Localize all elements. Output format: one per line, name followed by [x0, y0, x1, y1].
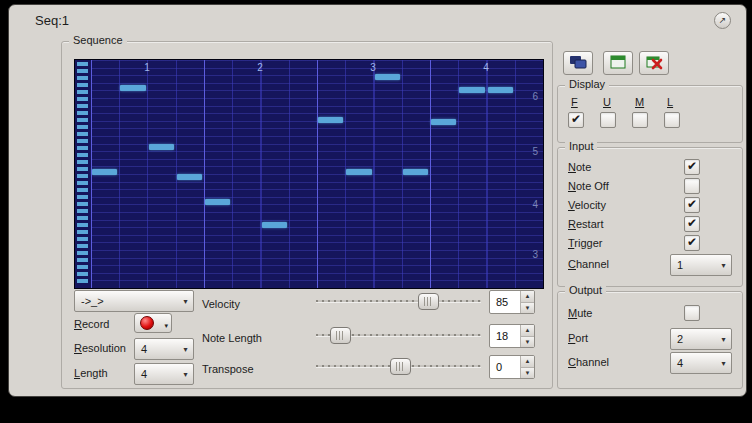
velocity-spinbox[interactable]: 85 ▲ ▼ — [489, 290, 535, 314]
pattern-value: ->_> — [75, 295, 178, 307]
note-length-spinbox[interactable]: 18 ▲ ▼ — [489, 324, 535, 348]
detach-icon: ↗ — [719, 15, 727, 25]
slider-handle[interactable] — [418, 293, 439, 310]
note-bar[interactable] — [205, 199, 230, 205]
record-button[interactable]: ▾ — [134, 313, 172, 333]
beat-label: 1 — [144, 62, 150, 73]
note-bar[interactable] — [375, 74, 400, 80]
display-checkbox-m[interactable] — [632, 112, 648, 128]
spin-up-icon[interactable]: ▲ — [521, 356, 534, 368]
input-restart-label: Restart — [568, 218, 603, 230]
resolution-value: 4 — [135, 343, 178, 355]
note-bar[interactable] — [120, 85, 145, 91]
output-channel-value: 4 — [671, 357, 716, 369]
note-bar[interactable] — [92, 169, 117, 175]
record-label: Record — [74, 318, 109, 330]
display-option-label-m: M — [635, 96, 644, 108]
input-group-label: Input — [565, 140, 597, 152]
spin-up-icon[interactable]: ▲ — [521, 325, 534, 337]
slider-track[interactable] — [316, 300, 481, 302]
note-length-label: Note Length — [202, 332, 262, 344]
note-bar[interactable] — [403, 169, 428, 175]
note-length-value: 18 — [490, 325, 520, 347]
record-icon — [140, 316, 154, 330]
rename-button[interactable] — [603, 51, 633, 75]
input-restart-checkbox[interactable]: ✔ — [684, 216, 700, 232]
output-channel-label: Channel — [568, 356, 609, 368]
spin-down-icon[interactable]: ▼ — [521, 303, 534, 314]
output-port-select[interactable]: 2 ▾ — [670, 328, 732, 350]
note-bar[interactable] — [431, 119, 456, 125]
display-option-label-l: L — [667, 96, 673, 108]
display-checkbox-u[interactable] — [600, 112, 616, 128]
note-length-slider[interactable] — [316, 326, 481, 344]
transpose-value: 0 — [490, 356, 520, 378]
length-label: Length — [74, 367, 108, 379]
octave-label: 4 — [532, 198, 538, 209]
clone-button[interactable] — [563, 51, 593, 75]
sequence-group: Sequence 1 2 3 4 6 5 4 3 ->_> ▾ Record ▾… — [61, 41, 553, 389]
beat-label: 3 — [370, 62, 376, 73]
note-bar[interactable] — [177, 174, 202, 180]
velocity-label: Velocity — [202, 298, 240, 310]
detach-button[interactable]: ↗ — [714, 12, 731, 29]
spin-down-icon[interactable]: ▼ — [521, 368, 534, 379]
note-bar[interactable] — [149, 144, 174, 150]
note-bar[interactable] — [318, 117, 343, 123]
sequence-group-label: Sequence — [69, 34, 127, 46]
octave-label: 5 — [532, 146, 538, 157]
note-bar[interactable] — [346, 169, 371, 175]
output-mute-checkbox[interactable] — [684, 305, 700, 321]
length-value: 4 — [135, 368, 178, 380]
delete-button[interactable] — [639, 51, 669, 75]
input-note-checkbox[interactable]: ✔ — [684, 159, 700, 175]
note-grid[interactable]: 1 2 3 4 6 5 4 3 — [74, 59, 544, 289]
output-group-label: Output — [565, 284, 606, 296]
octave-label: 3 — [532, 248, 538, 259]
velocity-value: 85 — [490, 291, 520, 313]
seq-window: Seq:1 ↗ Sequence 1 2 3 4 6 5 4 3 ->_> ▾ … — [8, 4, 747, 397]
keyboard-strip — [77, 62, 88, 286]
display-group-label: Display — [565, 78, 609, 90]
length-select[interactable]: 4 ▾ — [134, 363, 194, 385]
spin-up-icon[interactable]: ▲ — [521, 291, 534, 303]
note-bar[interactable] — [488, 87, 513, 93]
grid-lines — [91, 60, 543, 288]
duplicate-icon — [569, 54, 587, 73]
display-checkbox-l[interactable] — [664, 112, 680, 128]
display-group: Display F U M L ✔ — [557, 85, 743, 143]
input-velocity-checkbox[interactable]: ✔ — [684, 197, 700, 213]
chevron-down-icon: ▾ — [178, 345, 193, 354]
resolution-label: Resolution — [74, 342, 126, 354]
input-trigger-checkbox[interactable]: ✔ — [684, 235, 700, 251]
spin-down-icon[interactable]: ▼ — [521, 337, 534, 348]
delete-icon — [645, 54, 663, 73]
note-bar[interactable] — [262, 222, 287, 228]
output-port-value: 2 — [671, 333, 716, 345]
beat-label: 2 — [257, 62, 263, 73]
output-mute-label: Mute — [568, 307, 592, 319]
chevron-down-icon: ▾ — [164, 322, 168, 332]
velocity-slider[interactable] — [316, 292, 481, 310]
chevron-down-icon: ▾ — [178, 297, 193, 306]
slider-handle[interactable] — [330, 327, 351, 344]
transpose-spinbox[interactable]: 0 ▲ ▼ — [489, 355, 535, 379]
chevron-down-icon: ▾ — [716, 335, 731, 344]
display-option-label-f: F — [571, 96, 578, 108]
transpose-label: Transpose — [202, 363, 254, 375]
display-checkbox-f[interactable]: ✔ — [568, 112, 584, 128]
chevron-down-icon: ▾ — [716, 359, 731, 368]
output-channel-select[interactable]: 4 ▾ — [670, 352, 732, 374]
input-note-off-checkbox[interactable] — [684, 178, 700, 194]
pattern-select[interactable]: ->_> ▾ — [74, 290, 194, 312]
beat-label: 4 — [483, 62, 489, 73]
input-channel-select[interactable]: 1 ▾ — [670, 254, 732, 276]
resolution-select[interactable]: 4 ▾ — [134, 338, 194, 360]
octave-label: 6 — [532, 91, 538, 102]
chevron-down-icon: ▾ — [716, 261, 731, 270]
slider-handle[interactable] — [390, 358, 411, 375]
window-title: Seq:1 — [35, 13, 69, 28]
transpose-slider[interactable] — [316, 357, 481, 375]
output-port-label: Port — [568, 332, 588, 344]
note-bar[interactable] — [459, 87, 484, 93]
